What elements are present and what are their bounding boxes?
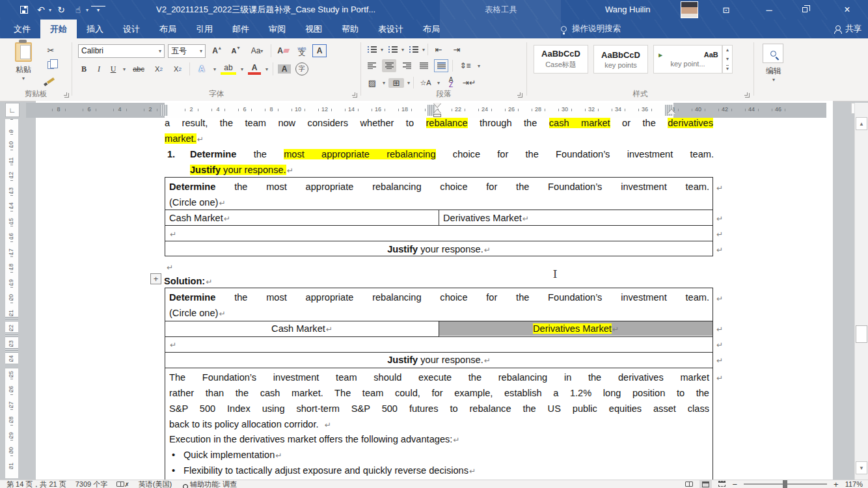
right-indent-marker[interactable] — [668, 109, 675, 114]
underline-dropdown-icon[interactable]: ▾ — [123, 66, 126, 72]
increase-indent-button[interactable]: ⇥ — [449, 45, 465, 55]
answer-line[interactable]: rather than the cash market. The team co… — [169, 385, 709, 401]
cut-button[interactable]: ✂ — [43, 44, 59, 57]
font-name-combo[interactable]: Calibri▾ — [78, 44, 165, 58]
subscript-button[interactable]: X2 — [152, 65, 166, 73]
zoom-in-button[interactable]: + — [834, 480, 839, 488]
clipboard-dialog-launcher[interactable] — [64, 93, 69, 98]
vertical-scrollbar[interactable] — [854, 103, 868, 480]
table-row-marker[interactable] — [5, 348, 18, 353]
paste-dropdown-icon[interactable]: ▾ — [22, 75, 25, 81]
tab-table-layout[interactable]: 布局 — [413, 20, 450, 38]
table-column-marker[interactable] — [160, 105, 168, 116]
align-left-button[interactable] — [365, 59, 378, 72]
web-layout-button[interactable] — [718, 480, 726, 488]
body-line[interactable]: market.↵ — [165, 131, 204, 146]
borders-button[interactable]: ⊞ — [388, 78, 404, 88]
justify-row[interactable]: Justify your response.↵ — [165, 352, 713, 368]
numbering-button[interactable] — [386, 46, 399, 53]
empty-row[interactable]: ↵ — [169, 336, 176, 352]
decrease-indent-button[interactable]: ⇤ — [431, 45, 446, 55]
touch-mode-dropdown-icon[interactable]: ▾ — [86, 7, 88, 13]
derivatives-market-cell-selected[interactable]: Derivatives Market↵ — [439, 321, 712, 336]
zoom-slider-thumb[interactable] — [783, 480, 787, 488]
change-case-button[interactable]: Aa▾ — [247, 44, 267, 57]
asian-layout-dropdown-icon[interactable]: ▾ — [437, 80, 440, 86]
table-cell-line[interactable]: (Circle one)↵ — [169, 305, 225, 321]
scroll-down-button[interactable]: ▼ — [856, 461, 867, 474]
undo-button[interactable]: ↶ — [34, 3, 48, 17]
justify-row[interactable]: Justify your response.↵ — [165, 241, 713, 257]
find-button[interactable] — [763, 44, 783, 63]
highlight-button[interactable]: ab — [221, 63, 236, 75]
asian-layout-button[interactable]: ☆A — [417, 79, 434, 87]
styles-scroll-down-icon[interactable]: ▾ — [726, 56, 729, 62]
tab-table-design[interactable]: 表设计 — [368, 20, 413, 38]
shrink-font-button[interactable]: A▾ — [228, 44, 243, 57]
editing-menu-button[interactable]: 编辑 ▾ — [755, 66, 793, 83]
character-shading-button[interactable]: A — [278, 64, 291, 74]
empty-row[interactable]: ↵ — [169, 226, 176, 241]
restore-button[interactable] — [791, 0, 819, 20]
font-size-combo[interactable]: 五号▾ — [168, 44, 206, 58]
text-effects-dropdown-icon[interactable]: ▾ — [213, 66, 216, 72]
character-border-button[interactable]: A — [312, 44, 327, 57]
tab-design[interactable]: 设计 — [113, 20, 150, 38]
table-cell-line[interactable]: Determine the most appropriate rebalanci… — [169, 290, 709, 305]
tab-help[interactable]: 帮助 — [332, 20, 368, 38]
line-spacing-button[interactable]: ⇕≡ — [457, 61, 474, 70]
scroll-up-button[interactable]: ▲ — [856, 117, 867, 130]
tab-references[interactable]: 引用 — [186, 20, 223, 38]
body-line[interactable]: Determine the most appropriate rebalanci… — [190, 146, 714, 162]
vertical-ruler[interactable]: 9101112131415161718192021222324252627282… — [5, 119, 18, 478]
text-effects-button[interactable]: A — [195, 64, 209, 74]
first-line-indent-marker[interactable] — [433, 103, 441, 107]
borders-dropdown-icon[interactable]: ▾ — [407, 80, 410, 86]
distribute-button[interactable] — [434, 59, 448, 72]
enclose-characters-button[interactable]: 字 — [295, 62, 308, 75]
answer-line[interactable]: back to its policy allocation corridor. … — [169, 416, 331, 432]
style-key-points[interactable]: AaBbCcD key points — [593, 45, 648, 74]
body-line[interactable]: Justify your response.↵ — [190, 162, 293, 178]
line-spacing-dropdown-icon[interactable]: ▾ — [478, 63, 480, 69]
tab-view[interactable]: 视图 — [295, 20, 332, 38]
tab-mailings[interactable]: 邮件 — [223, 20, 259, 38]
zoom-percentage[interactable]: 117% — [845, 480, 863, 488]
undo-dropdown-icon[interactable]: ▾ — [49, 7, 51, 13]
solution-heading[interactable]: Solution:↵ — [164, 273, 212, 289]
multilevel-dropdown-icon[interactable]: ▾ — [422, 47, 425, 53]
table-move-handle[interactable]: + — [150, 273, 161, 284]
derivatives-market-cell[interactable]: Derivatives Market↵ — [443, 210, 529, 226]
ribbon-display-options-button[interactable]: ⊡ — [712, 0, 740, 20]
shading-button[interactable]: ▨ — [365, 78, 379, 88]
word-count[interactable]: 7309 个字 — [75, 480, 108, 488]
accessibility-status[interactable]: 辅助功能: 调查 — [190, 480, 237, 488]
avatar[interactable] — [681, 1, 698, 18]
redo-button[interactable]: ↻ — [54, 3, 68, 17]
font-dialog-launcher[interactable] — [353, 93, 357, 98]
table-row-marker[interactable] — [5, 317, 18, 321]
proofing-icon[interactable]: ✗ — [116, 480, 129, 488]
tab-layout[interactable]: 布局 — [150, 20, 186, 38]
multilevel-list-button[interactable] — [407, 46, 420, 53]
list-number[interactable]: 1. — [167, 146, 175, 162]
bullets-dropdown-icon[interactable]: ▾ — [381, 47, 383, 53]
tell-me-search[interactable]: 操作说明搜索 — [561, 20, 621, 38]
copy-button[interactable] — [43, 59, 59, 72]
strikethrough-button[interactable]: abc — [130, 65, 147, 73]
answer-line[interactable]: The Foundation’s investment team should … — [169, 370, 709, 385]
clear-formatting-button[interactable]: A — [275, 44, 292, 57]
bullet-line[interactable]: Flexibility to tactically adjust exposur… — [183, 463, 476, 478]
format-painter-button[interactable] — [43, 74, 59, 87]
tab-review[interactable]: 审阅 — [259, 20, 295, 38]
close-button[interactable]: × — [833, 0, 861, 20]
paragraph-mark-line[interactable]: ↵ — [166, 259, 173, 275]
styles-more-icon[interactable]: ▾ — [726, 65, 729, 72]
answer-line[interactable]: Execution in the derivatives market offe… — [169, 431, 459, 447]
numbering-dropdown-icon[interactable]: ▾ — [401, 47, 404, 53]
touch-mode-button[interactable]: ☝ — [71, 3, 85, 17]
body-line[interactable]: a result, the team now considers whether… — [165, 115, 713, 131]
sort-button[interactable]: AZ — [443, 77, 459, 88]
table-cell-line[interactable]: Determine the most appropriate rebalanci… — [169, 179, 709, 195]
phonetic-guide-button[interactable]: wén文 — [295, 44, 309, 58]
